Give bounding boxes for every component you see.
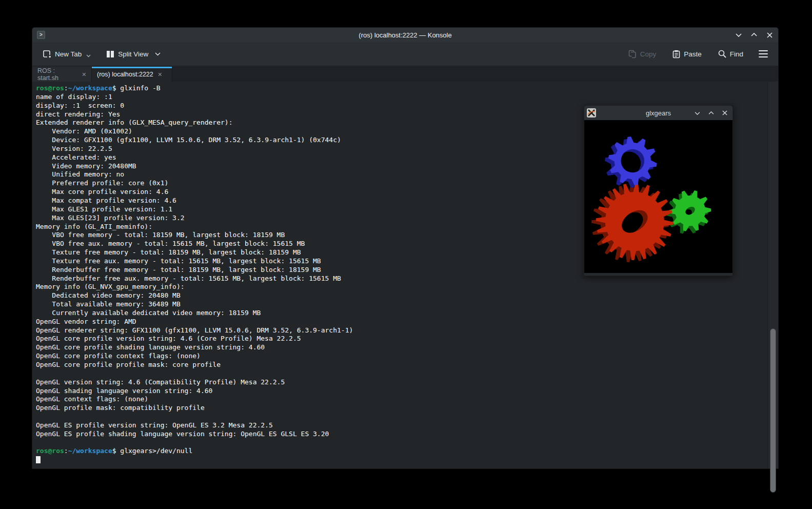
chevron-down-icon [155, 52, 161, 56]
tab-bar: ROS : start.sh × (ros) localhost:2222 × [32, 67, 778, 82]
scrollbar-track[interactable] [767, 82, 778, 468]
glxgears-close-button[interactable] [721, 109, 728, 116]
terminal-output-line: OpenGL version string: 4.6 (Compatibilit… [36, 378, 766, 387]
glxgears-controls [694, 109, 728, 116]
blue-gear [608, 136, 657, 185]
toolbar-right-group: Copy Paste Find [624, 47, 771, 62]
maximize-button[interactable] [750, 31, 758, 38]
tab-close-icon[interactable]: × [82, 71, 86, 78]
terminal-output-line: name of display: :1 [36, 93, 766, 102]
konsole-icon-glyph: > [39, 32, 43, 37]
new-tab-icon [43, 50, 51, 58]
terminal-output-line: Dedicated video memory: 20480 MB [36, 291, 766, 300]
glxgears-titlebar[interactable]: glxgears [584, 106, 732, 120]
glxgears-bottom-border [584, 273, 732, 276]
search-icon [718, 50, 726, 58]
split-view-icon [106, 50, 114, 58]
chevron-down-icon [86, 54, 91, 57]
terminal-output-line: Memory info (GL_NVX_gpu_memory_info): [36, 283, 766, 291]
find-button[interactable]: Find [714, 47, 747, 61]
scrollbar-handle[interactable] [770, 328, 776, 493]
gears-graphic [584, 120, 732, 273]
terminal-output-line: OpenGL profile mask: compatibility profi… [36, 404, 766, 413]
new-tab-button[interactable]: New Tab [38, 47, 95, 62]
tab-close-icon[interactable]: × [158, 71, 162, 78]
terminal-cursor [36, 456, 41, 463]
prompt-path: ~/workspace [68, 84, 112, 92]
copy-button[interactable]: Copy [624, 47, 661, 62]
prompt-user: ros@ros [36, 84, 64, 92]
close-icon [722, 110, 727, 115]
terminal-output-line: OpenGL core profile context flags: (none… [36, 352, 766, 361]
terminal-output-line: OpenGL context flags: (none) [36, 395, 766, 404]
terminal-output-line: Total available memory: 36489 MB [36, 300, 766, 309]
titlebar[interactable]: > (ros) localhost:2222 — Konsole [32, 28, 778, 42]
menu-button[interactable] [756, 47, 771, 61]
toolbar-left-group: New Tab Split View [38, 47, 165, 62]
terminal-output-line [36, 413, 766, 421]
cursor-line [36, 456, 766, 464]
copy-label: Copy [640, 50, 657, 58]
command-text: glxgears>/dev/null [116, 447, 193, 455]
tab-label: (ros) localhost:2222 [97, 71, 153, 78]
chevron-down-icon [736, 33, 742, 37]
terminal-output-line: OpenGL renderer string: GFX1100 (gfx1100… [36, 326, 766, 335]
window-title: (ros) localhost:2222 — Konsole [32, 31, 778, 39]
prompt-line-2: ros@ros:~/workspace$ glxgears>/dev/null [36, 447, 766, 456]
close-icon [767, 32, 773, 38]
terminal-output-line: Currently available dedicated video memo… [36, 309, 766, 318]
terminal-output-line: OpenGL core profile version string: 4.6 … [36, 335, 766, 343]
terminal-output-line: OpenGL core profile shading language ver… [36, 343, 766, 352]
terminal-output-line [36, 369, 766, 378]
tab-ros-start-sh[interactable]: ROS : start.sh × [32, 67, 92, 82]
chevron-down-icon [695, 111, 700, 115]
chevron-up-icon [751, 33, 757, 37]
split-view-label: Split View [118, 50, 148, 58]
copy-icon [628, 50, 637, 58]
hamburger-icon [759, 50, 768, 51]
paste-button[interactable]: Paste [668, 47, 706, 62]
terminal-output-line: OpenGL shading language version string: … [36, 387, 766, 396]
terminal-output-line: OpenGL ES profile version string: OpenGL… [36, 421, 766, 430]
terminal-output-line: OpenGL core profile profile mask: core p… [36, 361, 766, 369]
command-text: glxinfo -B [116, 84, 161, 92]
prompt-user: ros@ros [36, 447, 64, 455]
close-button[interactable] [766, 31, 773, 38]
glxgears-window: glxgears [584, 105, 733, 276]
paste-label: Paste [684, 50, 702, 58]
find-label: Find [730, 50, 743, 58]
glxgears-minimize-button[interactable] [694, 109, 701, 116]
prompt-line-1: ros@ros:~/workspace$ glxinfo -B [36, 84, 766, 93]
glxgears-maximize-button[interactable] [707, 109, 715, 116]
terminal-output-line: OpenGL vendor string: AMD [36, 318, 766, 326]
tab-label: ROS : start.sh [37, 67, 77, 82]
tab-ros-localhost-2222[interactable]: (ros) localhost:2222 × [92, 67, 172, 82]
toolbar: New Tab Split View Copy [32, 42, 778, 66]
minimize-button[interactable] [735, 31, 742, 38]
glxgears-viewport [584, 120, 732, 273]
window-controls [735, 28, 773, 42]
split-view-button[interactable]: Split View [102, 47, 165, 61]
chevron-up-icon [708, 111, 714, 115]
new-tab-label: New Tab [55, 50, 82, 58]
tabbar-empty-space [172, 67, 778, 82]
terminal-output-line [36, 439, 766, 447]
prompt-path: ~/workspace [68, 447, 112, 455]
konsole-app-icon: > [37, 31, 45, 39]
paste-icon [672, 50, 680, 58]
xorg-icon [587, 108, 596, 118]
terminal-output-line: OpenGL ES profile shading language versi… [36, 430, 766, 439]
